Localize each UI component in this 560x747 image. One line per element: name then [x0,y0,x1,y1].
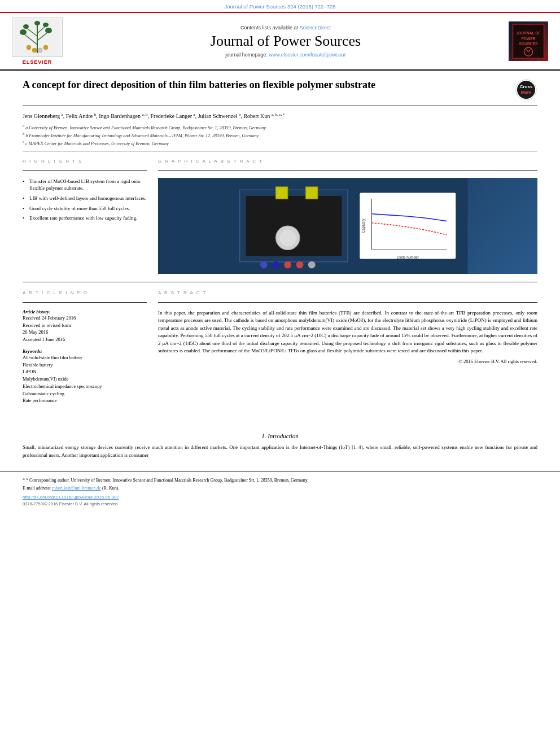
svg-text:Cycle number: Cycle number [397,255,419,260]
footnote-star: * * Corresponding author. University of … [23,477,537,483]
sciencedirect-link[interactable]: ScienceDirect [300,25,331,30]
keywords-label: Keywords: [23,349,147,354]
svg-text:Capacity: Capacity [361,219,366,233]
svg-rect-31 [306,187,318,199]
journal-logo-right: JOURNAL OF POWER SOURCES [506,18,551,65]
history-label: Article history: [23,309,147,314]
article-title-section: A concept for direct deposition of thin … [23,78,537,106]
article-history: Article history: Received 24 February 20… [23,309,147,343]
graphical-abstract-image: Cycle number Capacity [158,178,537,274]
authors-line: Jens Glenneberg a, Felix Andre b, Ingo B… [23,112,537,120]
svg-text:JOURNAL OF: JOURNAL OF [516,31,540,35]
article-info-label: A R T I C L E I N F O [23,290,147,295]
highlights-list: Transfer of MoO3-based LIB system from a… [23,178,147,222]
journal-header: ELSEVIER Contents lists available at Sci… [0,13,560,71]
homepage-url[interactable]: www.elsevier.com/locate/jpowsour [269,52,346,58]
svg-text:SOURCES: SOURCES [519,42,538,46]
authors-section: Jens Glenneberg a, Felix Andre b, Ingo B… [23,112,537,152]
intro-title: 1. Introduction [23,433,537,439]
info-abstract-section: A R T I C L E I N F O Article history: R… [23,290,537,404]
elsevier-logo-section: ELSEVIER [9,18,65,65]
svg-text:Cross: Cross [520,84,533,89]
highlights-column: H I G H L I G H T S Transfer of MoO3-bas… [23,159,147,274]
accepted-date: Accepted 1 June 2016 [23,336,147,343]
email-link[interactable]: robert.kun@uni-bremen.de [52,486,101,491]
doi-link[interactable]: http://dx.doi.org/10.1016/j.jpowsour.201… [23,495,119,500]
issn-line: 0378-7753/© 2016 Elsevier B.V. All right… [23,501,537,506]
highlights-divider [23,171,147,171]
keyword-6: Galvanostatic cycling [23,390,147,397]
svg-point-34 [260,261,268,269]
svg-point-37 [296,261,304,269]
highlight-item-2: LIB with well-defined layers and homogen… [23,195,147,202]
keyword-1: All-solid-state thin film battery [23,354,147,361]
article-title: A concept for direct deposition of thin … [23,78,515,91]
keyword-5: Electrochemical impedance spectroscopy [23,383,147,390]
mid-divider [23,282,537,282]
graphical-abstract-column: G R A P H I C A L A B S T R A C T [158,159,537,274]
svg-point-6 [20,29,27,35]
abstract-text: In this paper, the preparation and chara… [158,309,537,355]
svg-point-36 [284,261,291,269]
received-date: Received 24 February 2016 [23,314,147,322]
affiliation-b: b b Fraunhofer Institute for Manufacturi… [23,131,537,139]
keyword-3: LiPON [23,368,147,375]
page: Journal of Power Sources 324 (2016) 722–… [0,0,560,747]
svg-point-10 [34,21,40,25]
journal-center: Contents lists available at ScienceDirec… [72,18,499,65]
abstract-label: A B S T R A C T [158,290,537,295]
svg-point-33 [279,229,296,246]
journal-citation: Journal of Power Sources 324 (2016) 722–… [225,3,336,10]
keyword-4: Molybdenum(VI) oxide [23,375,147,383]
journal-title: Journal of Power Sources [211,33,361,50]
highlight-item-3: Good cycle stability of more than 550 fu… [23,205,147,212]
introduction-section: 1. Introduction Small, miniaturized ener… [0,416,560,460]
affiliations: a a University of Bremen, Innovative Sen… [23,123,537,147]
graphical-divider [158,171,537,171]
affiliation-c: c c MAPEX Center for Materials and Proce… [23,139,537,147]
keyword-2: Flexible battery [23,361,147,369]
revised-date: Received in revised form26 May 2016 [23,322,147,337]
info-divider [23,302,147,303]
svg-rect-16 [513,25,543,58]
highlights-label: H I G H L I G H T S [23,159,147,164]
svg-point-8 [23,24,29,29]
footnote-email: E-mail address: robert.kun@uni-bremen.de… [23,485,537,491]
svg-point-14 [43,45,48,50]
jps-logo: JOURNAL OF POWER SOURCES [509,21,548,61]
svg-point-11 [27,45,31,50]
top-banner: Journal of Power Sources 324 (2016) 722–… [0,0,560,13]
abstract-column: A B S T R A C T In this paper, the prepa… [158,290,537,404]
footnote-area: * * Corresponding author. University of … [0,471,560,512]
crossmark-logo: Cross Mark [515,78,537,101]
highlight-item-1: Transfer of MoO3-based LIB system from a… [23,178,147,192]
keywords-section: Keywords: All-solid-state thin film batt… [23,349,147,404]
doi-line: http://dx.doi.org/10.1016/j.jpowsour.201… [23,495,537,500]
svg-rect-30 [276,187,288,199]
main-content: A concept for direct deposition of thin … [0,71,560,404]
journal-homepage: journal homepage: www.elsevier.com/locat… [225,52,346,58]
svg-rect-40 [363,196,453,256]
keyword-7: Rate performance [23,397,147,404]
abstract-divider [158,302,537,303]
contents-line: Contents lists available at ScienceDirec… [240,25,331,30]
highlight-item-4: Excellent rate performance with low capa… [23,215,147,222]
intro-text: Small, miniaturized energy storage devic… [23,444,537,460]
article-info-column: A R T I C L E I N F O Article history: R… [23,290,147,404]
svg-point-38 [308,261,316,269]
elsevier-label: ELSEVIER [23,59,53,65]
graphical-abstract-label: G R A P H I C A L A B S T R A C T [158,159,537,164]
svg-text:POWER: POWER [521,37,535,41]
svg-text:Mark: Mark [521,90,532,95]
svg-point-12 [32,48,37,53]
svg-point-13 [38,48,42,53]
svg-point-7 [45,28,52,33]
affiliation-a: a a University of Bremen, Innovative Sen… [23,123,537,131]
highlights-graphical-section: H I G H L I G H T S Transfer of MoO3-bas… [23,159,537,274]
copyright-line: © 2016 Elsevier B.V. All rights reserved… [158,359,537,364]
svg-point-35 [272,261,279,269]
svg-point-9 [43,23,49,27]
elsevier-tree-logo [12,18,63,57]
